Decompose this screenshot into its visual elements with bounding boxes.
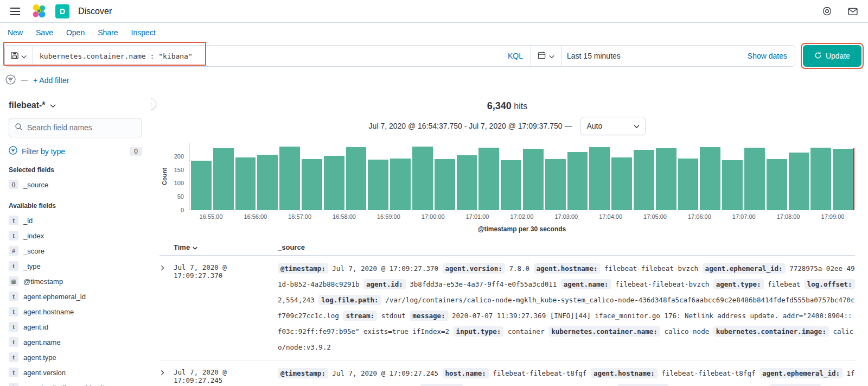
collapse-sidebar-button[interactable]: ‹ [151,98,156,110]
field-item[interactable]: tagent.hostname [9,304,142,319]
fields-sidebar: filebeat-* Filter by type 0 Selected fie… [0,93,151,386]
field-search-input[interactable] [27,123,136,132]
field-name: _id [23,217,33,225]
histogram-bar[interactable] [435,159,455,210]
field-key-badge: agent.type: [770,384,821,386]
date-picker-button[interactable] [531,46,561,66]
t-field-type-icon: t [9,292,18,301]
histogram-bar[interactable] [545,159,566,210]
histogram-bar[interactable] [589,147,610,210]
field-item[interactable]: t_type [9,258,142,274]
show-dates-link[interactable]: Show dates [748,52,787,60]
time-column-header[interactable]: Time [174,243,278,251]
field-item[interactable]: tagent.version [9,365,142,380]
filter-by-type-button[interactable]: Filter by type 0 [9,146,142,156]
histogram-bar[interactable] [722,160,743,210]
histogram-bar[interactable] [501,160,521,210]
newsfeed-mail-icon[interactable] [845,4,860,19]
field-key-badge: agent.ephemeral_id: [760,368,843,378]
expand-row-chevron-icon[interactable] [159,261,174,355]
t-field-type-icon: t [9,352,18,362]
histogram-bar[interactable] [279,147,300,210]
histogram-bar[interactable] [457,155,477,210]
table-row: Jul 7, 2020 @ 17:09:27.245@timestamp: Ju… [159,360,855,386]
elastic-logo[interactable] [31,4,47,19]
histogram-bar[interactable] [744,148,765,210]
histogram-bar[interactable] [700,147,720,210]
num-field-type-icon: # [9,246,18,256]
field-item[interactable]: tagent.type [9,350,142,365]
filter-icon[interactable] [5,74,16,86]
query-group: KQL Last 15 minutes Show dates [4,45,795,67]
histogram-bar[interactable] [478,148,499,210]
histogram-bar[interactable] [324,156,344,210]
y-tick-label: 0 [181,207,184,213]
histogram-bar[interactable] [611,157,632,210]
field-item[interactable]: {}_source [9,177,142,192]
field-key-badge: input.type: [454,326,504,337]
help-icon[interactable] [819,4,834,19]
histogram-bar[interactable] [810,148,831,210]
interval-value: Auto [586,122,602,130]
chart-header: Jul 7, 2020 @ 16:54:37.750 - Jul 7, 2020… [159,117,855,135]
y-tick-label: 100 [174,180,184,186]
field-key-badge: host.name: [443,368,489,378]
histogram-bar[interactable] [412,147,433,210]
new-link[interactable]: New [8,28,23,37]
y-axis: 050100150200 [169,143,189,210]
histogram-bar[interactable] [833,149,853,210]
inspect-link[interactable]: Inspect [131,28,156,37]
menu-hamburger-icon[interactable] [8,4,23,19]
field-item[interactable]: tagent.name [9,334,142,350]
chevron-down-icon [634,122,640,130]
field-item[interactable]: t_index [9,228,142,243]
add-filter-link[interactable]: + Add filter [33,76,69,85]
histogram-bar[interactable] [767,159,787,210]
histogram-bar[interactable] [302,159,322,210]
histogram-bar[interactable] [567,152,588,210]
update-button[interactable]: Update [803,45,861,67]
histogram-bar[interactable] [346,147,367,210]
histogram-bar[interactable] [634,150,654,210]
histogram-bar[interactable] [368,160,388,210]
expand-row-chevron-icon[interactable] [159,365,174,386]
field-item[interactable]: taws.cloudtrail.user_identity.s... [9,380,142,386]
histogram-bar[interactable] [257,155,278,210]
x-tick-label: 17:02:00 [500,213,544,220]
filter-bar: — + Add filter [0,73,868,93]
histogram-bar[interactable] [678,159,699,210]
histogram-bar[interactable] [390,159,411,210]
query-language-button[interactable]: KQL [500,46,531,66]
histogram-bar[interactable] [523,149,544,210]
field-item[interactable]: ▦@timestamp [9,274,142,289]
field-item[interactable]: tagent.id [9,319,142,334]
x-axis-title: @timestamp per 30 seconds [159,225,855,233]
histogram-bar[interactable] [235,157,256,210]
field-search-box [9,118,142,137]
open-link[interactable]: Open [66,28,85,37]
top-header-bar: D Discover [0,0,868,23]
doc-table: Time _source Jul 7, 2020 @ 17:09:27.370@… [159,239,855,386]
histogram-bar[interactable] [213,148,234,210]
x-tick-label: 16:55:00 [189,213,233,220]
save-link[interactable]: Save [36,28,53,37]
field-item[interactable]: t_id [9,213,142,228]
interval-select[interactable]: Auto [580,117,646,135]
field-key-badge: agent.hostname: [591,368,658,378]
saved-query-menu-button[interactable] [5,46,33,66]
chart-time-range-label: Jul 7, 2020 @ 16:54:37.750 - Jul 7, 2020… [369,122,572,130]
histogram-bar[interactable] [789,153,809,210]
time-range-label[interactable]: Last 15 minutes [567,52,621,60]
histogram-bar[interactable] [191,161,212,210]
histogram-bar[interactable] [656,148,676,210]
index-pattern-selector[interactable]: filebeat-* [9,100,142,110]
field-key-badge: kubernetes.container.name: [548,326,660,337]
share-link[interactable]: Share [98,28,118,37]
x-tick-label: 17:04:00 [589,213,633,220]
field-item[interactable]: tagent.ephemeral_id [9,289,142,304]
field-name: agent.name [23,338,61,346]
query-input[interactable] [33,46,500,66]
field-item[interactable]: #_score [9,243,142,258]
field-key-badge: @timestamp: [278,263,328,274]
field-key-badge: kubernetes.container.image: [713,326,829,337]
